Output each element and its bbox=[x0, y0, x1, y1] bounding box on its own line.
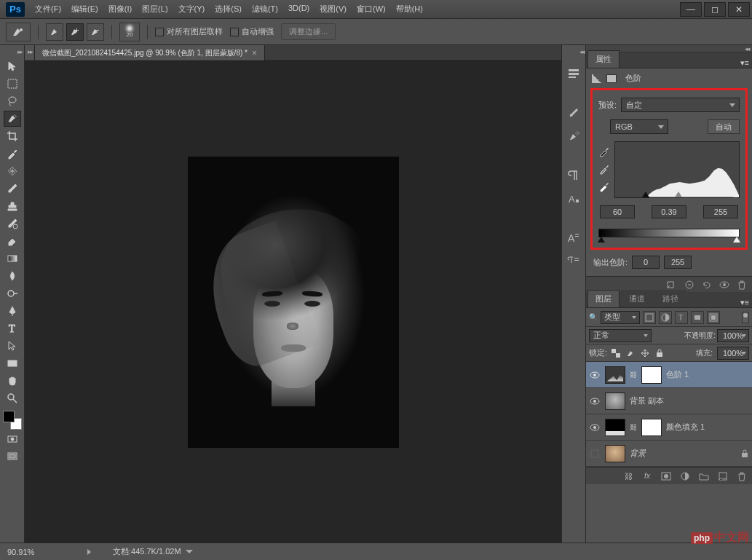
layer-thumbnail[interactable] bbox=[605, 393, 625, 410]
clip-to-layer-icon[interactable] bbox=[666, 279, 678, 291]
rectangle-tool[interactable] bbox=[4, 355, 21, 371]
layer-thumbnail[interactable] bbox=[605, 366, 625, 384]
status-expand-icon[interactable] bbox=[87, 549, 91, 555]
blur-tool[interactable] bbox=[4, 268, 21, 284]
layer-row[interactable]: 背景 bbox=[586, 441, 752, 467]
menu-help[interactable]: 帮助(H) bbox=[392, 1, 427, 17]
quick-selection-tool[interactable] bbox=[4, 111, 21, 127]
screen-mode-toggle[interactable] bbox=[4, 449, 21, 465]
eye-icon[interactable] bbox=[589, 395, 601, 407]
menu-3d[interactable]: 3D(D) bbox=[284, 1, 314, 17]
foreground-color[interactable] bbox=[3, 411, 15, 422]
color-swatch[interactable] bbox=[3, 411, 22, 430]
move-tool[interactable] bbox=[4, 58, 21, 74]
layer-name[interactable]: 背景 bbox=[630, 448, 736, 459]
black-input-slider[interactable] bbox=[642, 192, 649, 197]
filter-type-icon[interactable]: T bbox=[675, 311, 688, 324]
layer-thumbnail[interactable] bbox=[605, 419, 625, 436]
character-panel-icon[interactable]: A bbox=[566, 191, 582, 207]
char-styles-icon[interactable]: A bbox=[566, 230, 582, 246]
brush-panel-icon[interactable] bbox=[566, 105, 582, 121]
paragraph-panel-icon[interactable] bbox=[566, 167, 582, 184]
layer-name[interactable]: 背景 副本 bbox=[630, 395, 749, 406]
delete-adjustment-icon[interactable] bbox=[736, 279, 748, 291]
filter-smart-icon[interactable] bbox=[707, 311, 720, 324]
tab-paths[interactable]: 路径 bbox=[654, 290, 686, 307]
levels-adjustment-icon[interactable] bbox=[592, 74, 602, 83]
filter-type-select[interactable]: 类型 bbox=[601, 311, 640, 324]
zoom-level[interactable]: 90.91% bbox=[7, 548, 66, 556]
brush-picker[interactable]: 20 bbox=[119, 23, 140, 42]
output-gradient[interactable] bbox=[598, 229, 740, 237]
menu-image[interactable]: 图像(I) bbox=[104, 1, 136, 17]
zoom-tool[interactable] bbox=[4, 390, 21, 406]
quick-mask-toggle[interactable] bbox=[4, 431, 21, 447]
new-group-icon[interactable] bbox=[698, 470, 710, 482]
preset-select[interactable]: 自定 bbox=[621, 98, 740, 112]
black-point-eyedropper[interactable] bbox=[598, 146, 610, 157]
new-selection-icon[interactable] bbox=[46, 23, 63, 41]
layer-thumbnail[interactable] bbox=[605, 445, 625, 462]
dodge-tool[interactable] bbox=[4, 285, 21, 301]
close-tab-icon[interactable]: × bbox=[252, 48, 257, 58]
fill-value[interactable]: 100% bbox=[717, 347, 749, 360]
tab-channels[interactable]: 通道 bbox=[621, 290, 653, 307]
visibility-icon[interactable] bbox=[719, 279, 730, 291]
previous-state-icon[interactable] bbox=[684, 279, 695, 291]
menu-type[interactable]: 文字(Y) bbox=[174, 1, 210, 17]
menu-layer[interactable]: 图层(L) bbox=[138, 1, 172, 17]
link-layers-icon[interactable]: ⛓ bbox=[622, 470, 634, 482]
minimize-button[interactable]: — bbox=[680, 2, 702, 17]
white-input-value[interactable]: 255 bbox=[703, 205, 738, 218]
collapse-strip[interactable]: ▸▸ bbox=[25, 45, 35, 60]
blend-mode-select[interactable]: 正常 bbox=[589, 329, 652, 342]
lock-transparency-icon[interactable] bbox=[610, 347, 622, 359]
subtract-selection-icon[interactable] bbox=[87, 23, 104, 41]
para-styles-icon[interactable] bbox=[566, 253, 582, 269]
layer-name[interactable]: 色阶 1 bbox=[666, 369, 749, 380]
black-output-slider[interactable] bbox=[598, 237, 605, 242]
channel-select[interactable]: RGB bbox=[610, 119, 668, 134]
close-button[interactable]: ✕ bbox=[728, 2, 750, 17]
menu-file[interactable]: 文件(F) bbox=[31, 1, 66, 17]
white-output-slider[interactable] bbox=[733, 237, 740, 242]
add-selection-icon[interactable] bbox=[66, 23, 84, 41]
auto-enhance-checkbox[interactable]: 自动增强 bbox=[230, 26, 274, 37]
history-brush-tool[interactable] bbox=[4, 216, 21, 232]
filter-adjustment-icon[interactable] bbox=[659, 311, 672, 324]
document-info[interactable]: 文档:445.7K/1.02M bbox=[113, 546, 193, 557]
new-layer-icon[interactable] bbox=[717, 470, 729, 482]
tab-layers[interactable]: 图层 bbox=[587, 290, 620, 307]
menu-edit[interactable]: 编辑(E) bbox=[67, 1, 103, 17]
delete-layer-icon[interactable] bbox=[736, 470, 748, 482]
add-mask-icon[interactable] bbox=[660, 470, 672, 482]
eye-icon[interactable] bbox=[589, 422, 601, 433]
mask-icon[interactable] bbox=[606, 74, 617, 83]
layer-name[interactable]: 颜色填充 1 bbox=[666, 422, 749, 433]
expand-tools-icon[interactable]: ▸▸ bbox=[17, 48, 22, 55]
menu-filter[interactable]: 滤镜(T) bbox=[248, 1, 282, 17]
tab-properties[interactable]: 属性 bbox=[587, 50, 620, 68]
gamma-value[interactable]: 0.39 bbox=[652, 205, 686, 218]
mask-thumbnail[interactable] bbox=[641, 366, 662, 384]
new-adjustment-icon[interactable] bbox=[679, 470, 691, 482]
eraser-tool[interactable] bbox=[4, 233, 21, 249]
layer-fx-icon[interactable]: fx bbox=[641, 470, 653, 482]
filter-toggle[interactable] bbox=[742, 312, 749, 323]
layer-row[interactable]: 背景 副本 bbox=[586, 388, 752, 414]
black-input-value[interactable]: 60 bbox=[600, 205, 635, 218]
opacity-value[interactable]: 100% bbox=[717, 329, 749, 342]
stamp-tool[interactable] bbox=[4, 198, 21, 214]
white-point-eyedropper[interactable] bbox=[598, 181, 610, 192]
white-output-value[interactable]: 255 bbox=[664, 256, 692, 269]
layer-row[interactable]: ⛓ 颜色填充 1 bbox=[586, 414, 752, 441]
lock-pixels-icon[interactable] bbox=[625, 347, 636, 359]
hand-tool[interactable] bbox=[4, 373, 21, 389]
panel-menu-icon[interactable]: ▾≡ bbox=[737, 58, 752, 68]
histogram[interactable] bbox=[614, 141, 740, 198]
pen-tool[interactable] bbox=[4, 303, 21, 319]
eye-icon[interactable] bbox=[589, 369, 601, 381]
path-tool[interactable] bbox=[4, 338, 21, 354]
eyedropper-tool[interactable] bbox=[4, 146, 21, 162]
healing-tool[interactable] bbox=[4, 163, 21, 179]
